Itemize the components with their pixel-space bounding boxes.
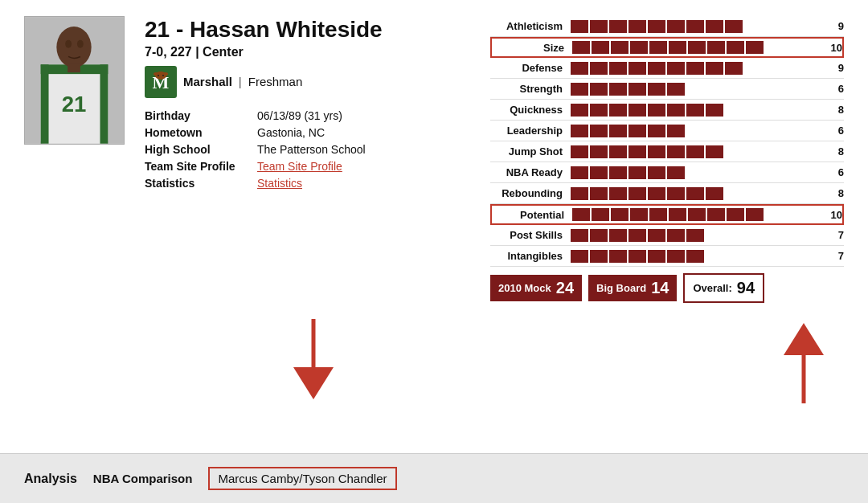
bar-segment	[571, 20, 588, 33]
school-line: M Marshall | Freshman	[145, 66, 458, 98]
highschool-value: The Patterson School	[257, 143, 458, 156]
bar-segment	[686, 145, 704, 158]
bar-segment	[648, 229, 665, 242]
rating-value: 9	[820, 20, 844, 32]
up-arrow-icon	[772, 315, 836, 411]
bar-segment	[669, 208, 686, 221]
bar-segment	[688, 41, 706, 54]
bar-segment	[611, 208, 628, 221]
school-year: Freshman	[248, 75, 303, 88]
svg-point-5	[56, 27, 91, 67]
bar-segment	[590, 125, 608, 137]
bar-segment	[706, 145, 723, 158]
bar-segment	[572, 208, 590, 221]
bar-segment	[744, 250, 762, 263]
rating-row: Intangibles7	[490, 246, 844, 267]
bar-segment	[590, 83, 608, 96]
bar-segment	[628, 83, 646, 96]
bar-segment	[628, 20, 646, 33]
bar-segment	[725, 250, 743, 263]
bar-segment	[571, 229, 588, 242]
bar-segment	[571, 250, 588, 263]
bar-segment	[706, 104, 723, 117]
bar-segment	[667, 229, 685, 242]
bar-segment	[628, 250, 646, 263]
bar-segment	[649, 208, 667, 221]
comparison-label: NBA Comparison	[93, 472, 193, 485]
rating-value: 8	[820, 187, 844, 199]
bar-segment	[648, 20, 665, 33]
bar-segment	[686, 83, 704, 96]
overall-badge: Overall: 94	[683, 273, 764, 303]
bar-segment	[648, 166, 665, 179]
rating-bars	[571, 20, 820, 33]
bar-segment	[609, 20, 627, 33]
overall-value: 94	[737, 279, 755, 297]
teamsite-label: Team Site Profile	[145, 160, 257, 173]
bar-segment	[667, 145, 685, 158]
bar-segment	[609, 125, 627, 137]
rating-value: 9	[820, 62, 844, 74]
bar-segment	[648, 62, 665, 75]
rating-label: Quickness	[490, 104, 571, 116]
bar-segment	[746, 41, 764, 54]
svg-marker-20	[784, 323, 824, 355]
svg-point-9	[77, 40, 84, 48]
bar-segment	[746, 208, 764, 221]
bar-segment	[628, 145, 646, 158]
rating-label: NBA Ready	[490, 166, 571, 178]
scores-row: 2010 Mock 24Big Board 14Overall: 94	[490, 273, 844, 303]
svg-text:21: 21	[62, 92, 87, 117]
svg-point-8	[65, 40, 72, 48]
down-arrow-icon	[273, 311, 354, 407]
bar-segment	[571, 187, 588, 200]
rating-bars	[571, 187, 820, 200]
bar-segment	[590, 187, 608, 200]
rating-row: Defense9	[490, 58, 844, 79]
rating-row: Jump Shot8	[490, 141, 844, 162]
bar-segment	[744, 62, 762, 75]
bar-segment	[688, 208, 706, 221]
svg-point-15	[158, 75, 159, 76]
bar-segment	[592, 208, 609, 221]
bar-segment	[590, 104, 608, 117]
rating-label: Post Skills	[490, 229, 571, 241]
bar-segment	[669, 41, 686, 54]
player-info: 21 - Hassan Whiteside 7-0, 227 | Center …	[145, 16, 458, 303]
bar-segment	[706, 187, 723, 200]
bar-segment	[707, 208, 725, 221]
top-section: 21 21 - Hassan Whiteside 7-0, 227 | Cent…	[0, 0, 868, 311]
svg-rect-3	[41, 64, 49, 143]
rating-bars	[571, 104, 820, 117]
bar-segment	[630, 41, 648, 54]
svg-point-16	[162, 75, 164, 76]
bar-segment	[686, 166, 704, 179]
bar-segment	[667, 187, 685, 200]
bar-segment	[609, 187, 627, 200]
rating-value: 6	[820, 125, 844, 137]
rating-bars	[571, 166, 820, 179]
birthday-value: 06/13/89 (31 yrs)	[257, 109, 458, 122]
bar-segment	[667, 83, 685, 96]
main-container: 21 21 - Hassan Whiteside 7-0, 227 | Cent…	[0, 0, 868, 503]
bar-segment	[630, 208, 648, 221]
bar-segment	[590, 250, 608, 263]
bar-segment	[667, 250, 685, 263]
bar-segment	[686, 62, 704, 75]
rating-row: Strength6	[490, 79, 844, 100]
rating-label: Leadership	[490, 125, 571, 137]
rating-row: Leadership6	[490, 121, 844, 141]
rating-label: Potential	[492, 209, 572, 221]
statistics-link[interactable]: Statistics	[257, 177, 458, 190]
bar-segment	[609, 83, 627, 96]
bar-segment	[686, 229, 704, 242]
bar-segment	[609, 145, 627, 158]
ratings-section: Athleticism9Size10Defense9Strength6Quick…	[474, 16, 844, 303]
bar-segment	[590, 166, 608, 179]
bar-segment	[572, 41, 590, 54]
player-details-line: 7-0, 227 | Center	[145, 45, 458, 59]
hometown-label: Hometown	[145, 126, 257, 139]
bar-segment	[725, 166, 743, 179]
teamsite-link[interactable]: Team Site Profile	[257, 160, 458, 173]
bar-segment	[744, 166, 762, 179]
